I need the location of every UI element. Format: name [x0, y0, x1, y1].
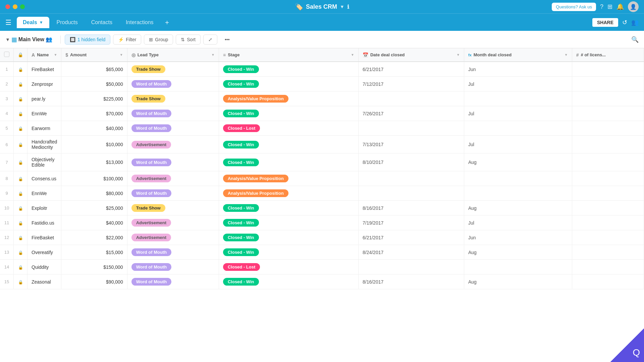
- group-button[interactable]: ⊞ Group: [144, 35, 173, 45]
- table-row[interactable]: 12 🔒 FireBasket $22,000 Advertisement Cl…: [0, 230, 644, 245]
- table-row[interactable]: 13 🔒 Overeatify $15,000 Word of Mouth Cl…: [0, 245, 644, 260]
- row-name-6[interactable]: Handcrafted Mediocrity: [28, 136, 61, 154]
- minimize-window-button[interactable]: [13, 4, 17, 9]
- header-stage-col[interactable]: ≡ Stage ▼: [219, 48, 358, 62]
- header-licenses-col[interactable]: # # of licens...: [572, 48, 644, 62]
- view-people-icon[interactable]: 👥: [46, 36, 52, 43]
- row-licenses-13: [572, 245, 644, 260]
- row-num-1: 1: [0, 62, 14, 77]
- row-lead-type-12: Advertisement: [127, 230, 219, 245]
- row-name-11[interactable]: Fastidio.us: [28, 216, 61, 230]
- row-date-10: 8/16/2017: [358, 201, 464, 216]
- sort-button[interactable]: ⇅ Sort: [176, 35, 201, 45]
- row-num-3: 3: [0, 92, 14, 106]
- title-dropdown-arrow[interactable]: ▼: [340, 4, 344, 9]
- header-amount-col[interactable]: $ Amount ▼: [61, 48, 127, 62]
- users-icon[interactable]: 👥: [631, 19, 639, 26]
- expand-button[interactable]: ⤢: [203, 35, 217, 45]
- row-num-15: 15: [0, 275, 14, 289]
- ask-us-button[interactable]: Questions? Ask us: [552, 3, 596, 11]
- amount-col-label: Amount: [70, 52, 87, 57]
- search-icon[interactable]: 🔍: [631, 36, 639, 43]
- data-table-container: 🔒 A Name ▼ $ Amount ▼: [0, 48, 644, 362]
- maximize-window-button[interactable]: [20, 4, 25, 9]
- row-name-14[interactable]: Quiddity: [28, 260, 61, 275]
- tab-products[interactable]: Products: [51, 17, 84, 28]
- row-month-8: [464, 171, 572, 186]
- row-name-9[interactable]: EnnWe: [28, 186, 61, 201]
- table-row[interactable]: 7 🔒 Objectively Edible $13,000 Word of M…: [0, 154, 644, 171]
- table-row[interactable]: 3 🔒 pear.ly $225,000 Trade Show Analysis…: [0, 92, 644, 106]
- header-lead-type-col[interactable]: ◎ Lead Type ▼: [127, 48, 219, 62]
- row-lock-13: 🔒: [14, 245, 28, 260]
- table-row[interactable]: 8 🔒 Consens.us $100,000 Advertisement An…: [0, 171, 644, 186]
- row-lead-type-5: Word of Mouth: [127, 121, 219, 136]
- header-date-closed-col[interactable]: 📅 Date deal closed ▼: [358, 48, 464, 62]
- hidden-fields-button[interactable]: 🔲 1 hidden field: [65, 35, 110, 45]
- row-month-6: Jul: [464, 136, 572, 154]
- date-col-icon: 📅: [363, 52, 368, 58]
- tab-deals[interactable]: Deals ▼: [17, 17, 49, 28]
- table-row[interactable]: 1 🔒 FireBasket $65,000 Trade Show Closed…: [0, 62, 644, 77]
- table-row[interactable]: 6 🔒 Handcrafted Mediocrity $10,000 Adver…: [0, 136, 644, 154]
- row-lead-type-4: Word of Mouth: [127, 106, 219, 121]
- toolbar: ▼ ▦ Main View 👥 🔲 1 hidden field ⚡ Filte…: [0, 31, 644, 48]
- row-name-10[interactable]: Exploitr: [28, 201, 61, 216]
- row-name-2[interactable]: Zenprospr: [28, 77, 61, 92]
- table-row[interactable]: 10 🔒 Exploitr $25,000 Trade Show Closed …: [0, 201, 644, 216]
- row-name-4[interactable]: EnnWe: [28, 106, 61, 121]
- row-lock-6: 🔒: [14, 136, 28, 154]
- share-button[interactable]: SHARE: [592, 18, 618, 27]
- table-row[interactable]: 4 🔒 EnnWe $70,000 Word of Mouth Closed -…: [0, 106, 644, 121]
- more-button[interactable]: •••: [220, 35, 234, 44]
- row-num-14: 14: [0, 260, 14, 275]
- table-row[interactable]: 14 🔒 Quiddity $150,000 Word of Mouth Clo…: [0, 260, 644, 275]
- table-row[interactable]: 2 🔒 Zenprospr $50,000 Word of Mouth Clos…: [0, 77, 644, 92]
- header-month-closed-col[interactable]: fx Month deal closed ▼: [464, 48, 572, 62]
- row-name-5[interactable]: Earworm: [28, 121, 61, 136]
- table-row[interactable]: 11 🔒 Fastidio.us $40,000 Advertisement C…: [0, 216, 644, 230]
- table-row[interactable]: 5 🔒 Earworm $40,000 Word of Mouth Closed…: [0, 121, 644, 136]
- bell-icon[interactable]: 🔔: [616, 3, 624, 10]
- amount-col-icon: $: [65, 52, 68, 58]
- row-date-7: 8/10/2017: [358, 154, 464, 171]
- row-name-8[interactable]: Consens.us: [28, 171, 61, 186]
- tab-interactions-label: Interactions: [126, 19, 154, 25]
- row-num-11: 11: [0, 216, 14, 230]
- history-icon[interactable]: ↺: [622, 19, 627, 26]
- row-lock-9: 🔒: [14, 186, 28, 201]
- view-label[interactable]: Main View: [18, 37, 44, 43]
- row-name-12[interactable]: FireBasket: [28, 230, 61, 245]
- info-icon[interactable]: ℹ: [347, 4, 349, 10]
- filter-icon: ⚡: [118, 37, 124, 42]
- row-name-3[interactable]: pear.ly: [28, 92, 61, 106]
- row-stage-9: Analysis/Value Proposition: [219, 186, 358, 201]
- filter-button[interactable]: ⚡ Filter: [113, 35, 141, 45]
- corner-logo[interactable]: Q: [610, 328, 644, 362]
- row-name-15[interactable]: Zeasonal: [28, 275, 61, 289]
- user-avatar[interactable]: 👤: [628, 1, 639, 12]
- row-name-13[interactable]: Overeatify: [28, 245, 61, 260]
- row-name-1[interactable]: FireBasket: [28, 62, 61, 77]
- row-amount-10: $25,000: [61, 201, 127, 216]
- table-row[interactable]: 9 🔒 EnnWe $80,000 Word of Mouth Analysis…: [0, 186, 644, 201]
- hamburger-menu-icon[interactable]: ☰: [5, 18, 11, 26]
- row-lead-type-7: Word of Mouth: [127, 154, 219, 171]
- row-num-2: 2: [0, 77, 14, 92]
- table-row[interactable]: 15 🔒 Zeasonal $90,000 Word of Mouth Clos…: [0, 275, 644, 289]
- app-icon: 🏷️: [295, 3, 303, 11]
- name-col-label: Name: [37, 52, 49, 57]
- row-date-4: 7/26/2017: [358, 106, 464, 121]
- tab-interactions[interactable]: Interactions: [120, 17, 160, 28]
- header-name-col[interactable]: A Name ▼: [28, 48, 61, 62]
- tab-contacts[interactable]: Contacts: [85, 17, 118, 28]
- row-name-7[interactable]: Objectively Edible: [28, 154, 61, 171]
- grid-icon[interactable]: ⊞: [607, 3, 612, 10]
- help-icon[interactable]: ?: [600, 3, 603, 10]
- row-amount-9: $80,000: [61, 186, 127, 201]
- view-collapse-arrow[interactable]: ▼: [5, 37, 10, 42]
- close-window-button[interactable]: [5, 4, 10, 9]
- corner-logo-icon: Q: [633, 347, 640, 358]
- select-all-checkbox[interactable]: [4, 52, 9, 57]
- add-tab-button[interactable]: ＋: [164, 18, 170, 27]
